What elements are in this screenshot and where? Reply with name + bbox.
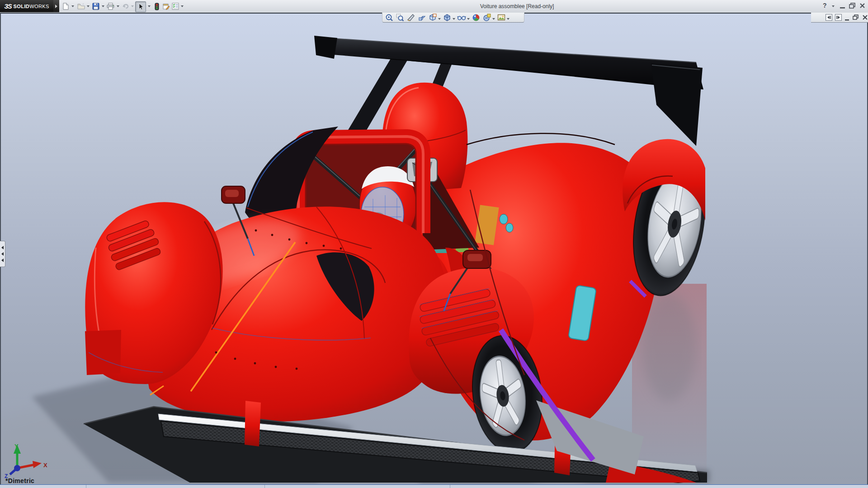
svg-text:Y: Y xyxy=(14,443,19,450)
edit-appearance-button[interactable] xyxy=(471,13,481,22)
rotate-view-icon xyxy=(418,14,426,22)
appearance-sphere-icon xyxy=(472,14,480,22)
apply-scene-icon xyxy=(483,14,491,22)
hide-show-dropdown[interactable] xyxy=(467,18,470,20)
doc-restore-button[interactable] xyxy=(853,14,859,20)
section-view-icon xyxy=(407,14,415,22)
collapse-right-button[interactable] xyxy=(835,14,842,21)
view-orientation-dropdown[interactable] xyxy=(438,18,441,20)
glasses-icon xyxy=(457,14,466,22)
zoom-to-fit-button[interactable] xyxy=(384,13,394,22)
cyan-detail-1 xyxy=(500,214,508,224)
rear-wing[interactable] xyxy=(314,36,703,146)
display-style-dropdown[interactable] xyxy=(453,18,455,20)
display-style-button[interactable] xyxy=(442,13,452,22)
hide-show-items-button[interactable] xyxy=(457,13,467,22)
view-orientation-icon xyxy=(429,14,437,22)
zoom-to-fit-icon xyxy=(385,14,393,22)
collapse-left-icon xyxy=(827,15,831,19)
display-style-icon xyxy=(443,14,451,22)
view-settings-dropdown[interactable] xyxy=(507,18,509,20)
front-dive-plane xyxy=(85,330,121,375)
collapse-left-button[interactable] xyxy=(826,14,832,21)
zoom-to-area-icon xyxy=(396,14,404,22)
view-orientation-button[interactable] xyxy=(428,13,438,22)
view-orientation-label: *Dimetric xyxy=(5,477,34,484)
window-bottom-edge xyxy=(0,484,868,488)
feature-manager-collapsed-tab[interactable] xyxy=(0,241,5,267)
apply-scene-button[interactable] xyxy=(482,13,492,22)
view-settings-icon xyxy=(497,14,505,22)
svg-text:X: X xyxy=(43,462,47,469)
model-canvas: Y X Z xyxy=(0,1,868,485)
doc-close-button[interactable] xyxy=(862,14,868,20)
collapse-right-icon xyxy=(836,15,840,19)
zoom-to-area-button[interactable] xyxy=(395,13,405,22)
view-settings-button[interactable] xyxy=(496,13,506,22)
grille-support-left xyxy=(245,401,261,446)
section-view-button[interactable] xyxy=(406,13,416,22)
apply-scene-dropdown[interactable] xyxy=(492,18,495,20)
heads-up-view-toolbar xyxy=(382,13,524,23)
doc-minimize-button[interactable] xyxy=(844,16,850,21)
cyan-detail-2 xyxy=(506,223,513,232)
3d-viewport[interactable]: Y X Z xyxy=(0,13,868,484)
rotate-view-button[interactable] xyxy=(417,13,427,22)
document-window-controls xyxy=(811,13,868,23)
solidworks-window: ЗS SOLIDWORKS xyxy=(0,0,868,488)
